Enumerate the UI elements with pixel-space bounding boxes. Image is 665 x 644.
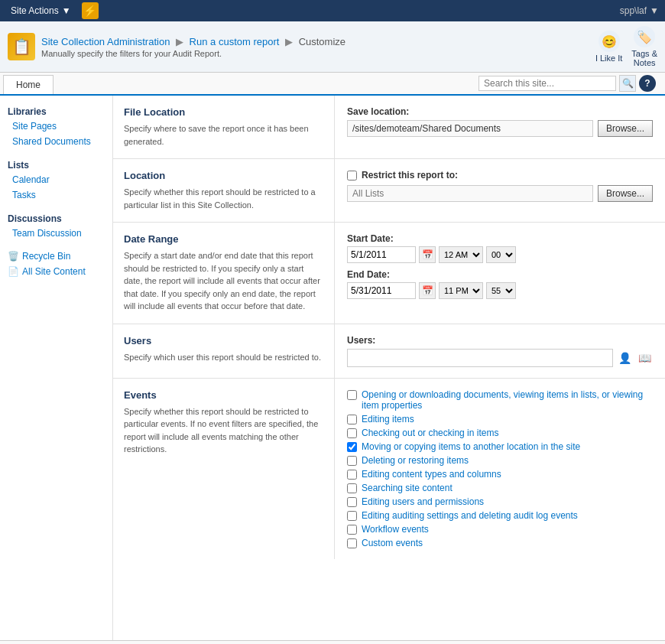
- location-desc: Specify whether this report should be re…: [124, 186, 323, 211]
- event-item: Editing users and permissions: [347, 496, 653, 507]
- file-location-title: File Location: [124, 106, 323, 118]
- save-location-label: Save location:: [347, 106, 653, 117]
- users-row: 👤 📖: [347, 349, 653, 367]
- address-book-icon[interactable]: 📖: [636, 350, 653, 366]
- event-label-3: Moving or copying items to another locat…: [362, 441, 580, 452]
- main-layout: Libraries Site Pages Shared Documents Li…: [0, 96, 665, 640]
- restrict-checkbox[interactable]: [347, 171, 357, 181]
- start-date-input[interactable]: [347, 246, 416, 263]
- end-date-label: End Date:: [347, 269, 653, 280]
- end-cal-button[interactable]: 📅: [419, 282, 436, 299]
- title-content: Site Collection Administration ▶ Run a c…: [41, 36, 589, 58]
- event-checkbox-8[interactable]: [347, 511, 357, 521]
- event-checkbox-1[interactable]: [347, 415, 357, 424]
- person-picker-icon[interactable]: 👤: [616, 350, 633, 366]
- user-info: spp\laf ▼: [620, 5, 659, 16]
- sidebar-bottom: 🗑️ Recycle Bin 📄 All Site Content: [5, 249, 108, 279]
- title-bar: 📋 Site Collection Administration ▶ Run a…: [0, 21, 665, 73]
- tags-icon: 🏷️: [634, 26, 655, 47]
- start-date-label: Start Date:: [347, 233, 653, 244]
- events-section: Events Specify whether this report shoul…: [113, 379, 665, 559]
- sidebar-item-recycle-bin[interactable]: 🗑️ Recycle Bin: [5, 249, 108, 264]
- end-min-select[interactable]: 000510152025303540455055: [486, 282, 516, 299]
- event-checkbox-3[interactable]: [347, 442, 357, 452]
- start-ampm-select[interactable]: 12 AM1 AM2 AM3 AM4 AM5 AM6 AM7 AM8 AM9 A…: [439, 246, 483, 263]
- event-item: Editing auditing settings and deleting a…: [347, 510, 653, 521]
- event-checkbox-4[interactable]: [347, 456, 357, 466]
- file-location-desc: Specify where to save the report once it…: [124, 122, 323, 148]
- nav-bar: Home 🔍 ?: [0, 73, 665, 96]
- events-title: Events: [124, 389, 323, 401]
- sidebar-item-shared-documents[interactable]: Shared Documents: [5, 134, 108, 149]
- users-right: Users: 👤 📖: [335, 324, 665, 378]
- events-desc: Specify whether this report should be re…: [124, 405, 323, 456]
- events-list: Opening or downloading documents, viewin…: [347, 389, 653, 548]
- home-tab[interactable]: Home: [3, 75, 54, 94]
- content-area: File Location Specify where to save the …: [113, 96, 665, 640]
- users-input[interactable]: [347, 349, 613, 367]
- libraries-section-title: Libraries: [5, 103, 108, 119]
- sidebar-item-site-pages[interactable]: Site Pages: [5, 119, 108, 134]
- discussions-section-title: Discussions: [5, 210, 108, 226]
- event-checkbox-7[interactable]: [347, 497, 357, 507]
- sidebar-item-tasks[interactable]: Tasks: [5, 187, 108, 203]
- breadcrumb-link1[interactable]: Run a custom report: [190, 36, 280, 47]
- start-date-row: 📅 12 AM1 AM2 AM3 AM4 AM5 AM6 AM7 AM8 AM9…: [347, 246, 653, 263]
- event-label-0: Opening or downloading documents, viewin…: [362, 389, 653, 411]
- all-lists-input[interactable]: [347, 185, 593, 202]
- event-label-8: Editing auditing settings and deleting a…: [362, 510, 578, 521]
- ilike-label: I Like It: [595, 54, 622, 63]
- events-right: Opening or downloading documents, viewin…: [335, 379, 665, 559]
- save-location-input[interactable]: [347, 120, 593, 137]
- users-title: Users: [124, 335, 323, 346]
- event-label-5: Editing content types and columns: [362, 469, 501, 480]
- file-location-section: File Location Specify where to save the …: [113, 96, 665, 159]
- breadcrumb-sep2: ▶: [285, 36, 293, 47]
- end-date-input[interactable]: [347, 282, 416, 299]
- title-actions: 😊 I Like It 🏷️ Tags &Notes: [595, 26, 657, 67]
- end-ampm-select[interactable]: 12 AM1 AM2 AM3 AM4 AM5 AM6 AM7 AM8 AM9 A…: [439, 282, 483, 299]
- browse-button-file[interactable]: Browse...: [598, 120, 653, 137]
- event-item: Custom events: [347, 538, 653, 548]
- breadcrumb-current: Customize: [299, 36, 345, 47]
- users-field-label: Users:: [347, 335, 653, 346]
- start-cal-button[interactable]: 📅: [419, 246, 436, 263]
- event-checkbox-10[interactable]: [347, 538, 357, 548]
- ilike-button[interactable]: 😊 I Like It: [595, 31, 622, 63]
- event-checkbox-2[interactable]: [347, 428, 357, 438]
- date-range-section: Date Range Specify a start date and/or e…: [113, 223, 665, 324]
- sidebar-item-calendar[interactable]: Calendar: [5, 172, 108, 187]
- sidebar-item-all-site-content[interactable]: 📄 All Site Content: [5, 264, 108, 279]
- event-label-2: Checking out or checking in items: [362, 428, 498, 438]
- users-desc: Specify which user this report should be…: [124, 351, 323, 364]
- tags-notes-button[interactable]: 🏷️ Tags &Notes: [631, 26, 657, 67]
- event-item: Editing items: [347, 414, 653, 424]
- event-checkbox-5[interactable]: [347, 470, 357, 480]
- event-item: Deleting or restoring items: [347, 455, 653, 466]
- event-label-4: Deleting or restoring items: [362, 455, 469, 466]
- ilike-icon: 😊: [598, 31, 620, 52]
- sidebar: Libraries Site Pages Shared Documents Li…: [0, 96, 113, 640]
- end-date-row: 📅 12 AM1 AM2 AM3 AM4 AM5 AM6 AM7 AM8 AM9…: [347, 282, 653, 299]
- site-actions-label: Site Actions: [11, 5, 59, 16]
- users-left: Users Specify which user this report sho…: [113, 324, 335, 378]
- browse-button-location[interactable]: Browse...: [598, 185, 653, 202]
- event-checkbox-0[interactable]: [347, 390, 357, 400]
- sidebar-item-team-discussion[interactable]: Team Discussion: [5, 226, 108, 241]
- event-checkbox-6[interactable]: [347, 483, 357, 493]
- help-button[interactable]: ?: [639, 75, 656, 92]
- search-input[interactable]: [478, 76, 616, 91]
- event-label-6: Searching site content: [362, 483, 453, 493]
- event-checkbox-9[interactable]: [347, 525, 357, 535]
- recycle-bin-icon: 🗑️: [8, 251, 19, 262]
- file-location-left: File Location Specify where to save the …: [113, 96, 335, 158]
- date-range-desc: Specify a start date and/or end date tha…: [124, 249, 323, 313]
- all-content-icon: 📄: [8, 266, 19, 277]
- breadcrumb-root[interactable]: Site Collection Administration: [41, 36, 170, 47]
- file-location-right: Save location: Browse...: [335, 96, 665, 158]
- site-actions-button[interactable]: Site Actions ▼: [6, 4, 76, 18]
- start-min-select[interactable]: 000510152025303540455055: [486, 246, 516, 263]
- save-location-row: Browse...: [347, 120, 653, 137]
- search-button[interactable]: 🔍: [619, 75, 636, 92]
- restrict-row: Browse...: [347, 185, 653, 202]
